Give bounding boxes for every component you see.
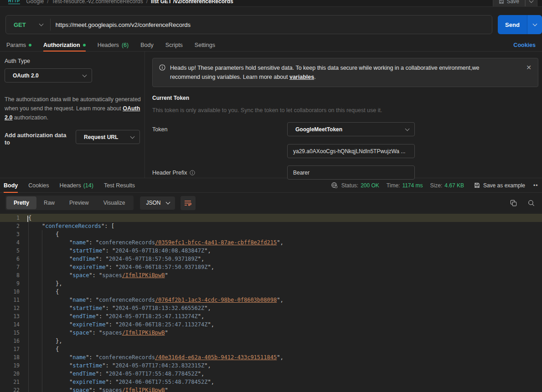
- status-label: Status:: [341, 182, 358, 189]
- line-number: 1: [0, 214, 20, 222]
- code-token: ": ": [102, 248, 115, 254]
- close-icon[interactable]: ✕: [526, 64, 532, 71]
- chevron-down-icon: [130, 134, 135, 139]
- headers-count: (6): [122, 42, 129, 48]
- code-token: ": ": [89, 272, 102, 279]
- code-token: startTime: [72, 248, 102, 254]
- code-token: name: [72, 354, 86, 361]
- tab-response-cookies[interactable]: Cookies: [28, 178, 49, 192]
- format-dropdown[interactable]: JSON: [140, 196, 175, 210]
- tab-response-headers[interactable]: Headers (14): [59, 178, 93, 192]
- record-link[interactable]: /0764f2b1-1ac3-4cdc-98be-0f8603b08098: [155, 297, 277, 303]
- record-link[interactable]: /IfmlIPKiBpwB: [122, 330, 165, 336]
- line-number: 17: [0, 345, 20, 353]
- code-token: conferenceRecords: [99, 354, 155, 361]
- code-content: "startTime": "2024-05-07T18:40:08.483847…: [28, 247, 211, 255]
- tab-body[interactable]: Body: [140, 39, 154, 51]
- record-link[interactable]: /0359efc1-bfcc-4a41-87ae-cbff8e2fd215: [155, 239, 277, 246]
- code-token: ": ": [102, 362, 115, 369]
- send-options-button[interactable]: [527, 15, 542, 34]
- copy-button[interactable]: [510, 200, 517, 206]
- variables-link[interactable]: variables: [289, 74, 314, 80]
- save-as-example-button[interactable]: Save as example: [474, 182, 525, 189]
- wrap-lines-icon: [184, 200, 191, 206]
- time-indicator[interactable]: Time: 1174 ms: [387, 182, 423, 189]
- code-line: 7"expireTime": "2024-06-06T18:57:50.9371…: [0, 263, 542, 271]
- floppy-icon: [499, 0, 504, 4]
- cookies-link[interactable]: Cookies: [513, 42, 536, 48]
- tab-label: Scripts: [165, 42, 183, 48]
- tab-settings[interactable]: Settings: [195, 39, 215, 51]
- warning-text-tail: .: [314, 74, 315, 80]
- code-content: },: [28, 337, 62, 345]
- code-token: ": [: [101, 223, 114, 229]
- tab-params[interactable]: Params: [6, 39, 31, 51]
- code-line: 9},: [0, 279, 542, 288]
- code-editor[interactable]: 1{2"conferenceRecords": [3{4"name": "con…: [0, 213, 542, 392]
- code-token: ",: [207, 321, 214, 328]
- record-link[interactable]: /IfmlIPKiBpwB: [122, 272, 165, 279]
- save-options-button[interactable]: [525, 0, 537, 7]
- code-token: expireTime: [72, 264, 105, 270]
- token-dropdown[interactable]: GoogleMeetToken: [287, 122, 415, 136]
- auth-description-tail: authorization.: [12, 114, 48, 121]
- record-link[interactable]: /40e3164d-e62a-405b-9412-433c91511845: [155, 354, 277, 361]
- breadcrumb-request-name: list GET /v2/conferenceRecords: [151, 0, 233, 5]
- view-tab-visualize[interactable]: Visualize: [96, 196, 133, 209]
- breadcrumb-folder[interactable]: Test-resource.-v2.conferenceRecords: [52, 0, 143, 5]
- code-token: ": ": [86, 297, 99, 303]
- tab-authorization[interactable]: Authorization: [43, 39, 86, 51]
- wrap-lines-button[interactable]: [181, 196, 196, 210]
- search-button[interactable]: [528, 200, 535, 206]
- auth-type-dropdown[interactable]: OAuth 2.0: [5, 68, 92, 83]
- save-button-label: Save: [507, 0, 519, 5]
- line-number: 2: [0, 222, 20, 230]
- code-token: ": ": [86, 354, 99, 361]
- view-tab-raw[interactable]: Raw: [36, 196, 62, 209]
- code-line: 22"space": "spaces/IfmlIPKiBpwB": [0, 386, 542, 392]
- network-icon[interactable]: [331, 182, 338, 189]
- tab-response-body[interactable]: Body: [4, 178, 18, 192]
- code-line: 12"startTime": "2024-05-07T18:13:32.6655…: [0, 304, 542, 312]
- code-content: "expireTime": "2024-06-06T18:25:47.11327…: [28, 320, 214, 329]
- code-line: 15"space": "spaces/IfmlIPKiBpwB": [0, 329, 542, 337]
- code-token: ",: [204, 305, 211, 311]
- tab-scripts[interactable]: Scripts: [165, 39, 183, 51]
- tab-label: Cookies: [28, 182, 49, 189]
- code-token: },: [56, 338, 62, 344]
- code-content: "space": "spaces/IfmlIPKiBpwB": [28, 329, 168, 337]
- view-tab-preview[interactable]: Preview: [62, 196, 96, 209]
- code-token: 2024-05-07T18:13:32.665562Z: [115, 305, 204, 311]
- size-indicator[interactable]: Size: 4.67 KB: [430, 182, 464, 189]
- time-value: 1174 ms: [402, 182, 423, 189]
- add-auth-data-dropdown[interactable]: Request URL: [76, 130, 140, 144]
- method-selector[interactable]: GET: [6, 21, 50, 28]
- save-button[interactable]: Save: [493, 0, 525, 7]
- url-input[interactable]: https://meet.googleapis.com/v2/conferenc…: [51, 21, 191, 28]
- request-tabs: Params Authorization Headers (6) Body Sc…: [0, 39, 542, 52]
- line-number: 14: [0, 320, 20, 329]
- token-value-field[interactable]: ya29.a0AXooCgs-hQNkqjLNdIn5TPwujzWa ...: [287, 144, 415, 158]
- code-line: 13"endTime": "2024-05-07T18:25:47.113274…: [0, 312, 542, 320]
- tab-label: Body: [4, 182, 18, 189]
- tab-test-results[interactable]: Test Results: [104, 178, 135, 192]
- code-token: ": ": [105, 321, 119, 328]
- topbar: HTTP Google / Test-resource.-v2.conferen…: [0, 0, 542, 7]
- code-token: endTime: [72, 313, 96, 320]
- code-token: 2024-06-06T18:57:50.937189Z: [119, 264, 207, 270]
- method-label: GET: [14, 21, 26, 28]
- authorization-panel: Auth Type OAuth 2.0 The authorization da…: [0, 52, 542, 178]
- auth-type-value: OAuth 2.0: [13, 72, 39, 79]
- send-button[interactable]: Send: [498, 15, 527, 34]
- more-actions-icon[interactable]: •••: [533, 182, 538, 189]
- view-tab-pretty[interactable]: Pretty: [6, 196, 36, 209]
- breadcrumb-collection[interactable]: Google: [26, 0, 44, 5]
- record-link[interactable]: /IfmlIPKiBpwB: [122, 387, 165, 392]
- sensitive-data-warning: Heads up! These parameters hold sensitiv…: [152, 58, 538, 87]
- code-line: 6"endTime": "2024-05-07T18:57:50.937189Z…: [0, 255, 542, 263]
- tab-headers[interactable]: Headers (6): [98, 39, 129, 51]
- line-number: 18: [0, 353, 20, 361]
- header-prefix-field[interactable]: Bearer: [287, 165, 415, 180]
- line-number: 8: [0, 271, 20, 279]
- status-indicator[interactable]: Status: 200 OK: [341, 182, 379, 189]
